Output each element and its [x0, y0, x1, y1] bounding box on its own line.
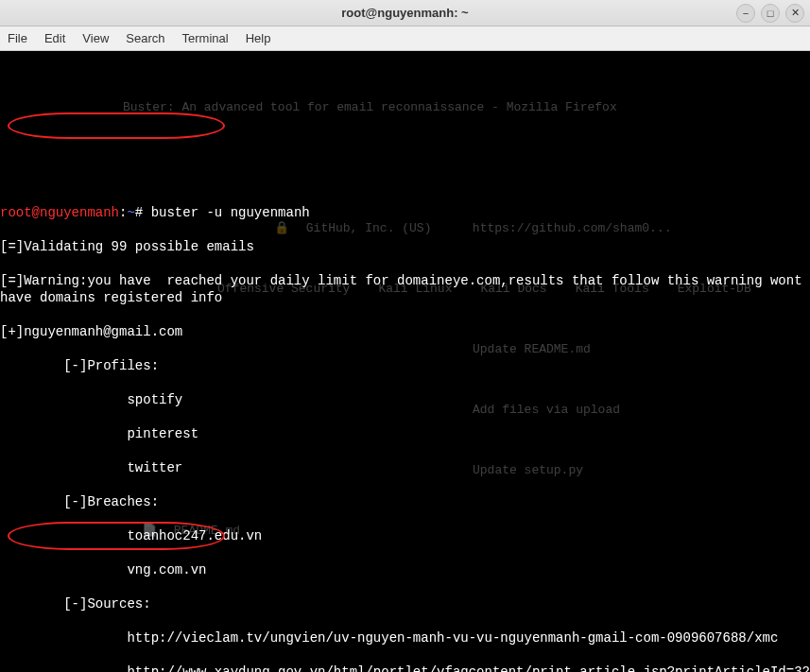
close-button[interactable]: ✕ — [785, 4, 804, 23]
window-controls: − □ ✕ — [736, 4, 804, 23]
output-email-1: [+]nguyenmanh@gmail.com — [0, 323, 810, 340]
output-line: http://www.xaydung.gov.vn/html/portlet/v… — [0, 663, 810, 672]
menu-terminal[interactable]: Terminal — [182, 31, 229, 45]
menu-help[interactable]: Help — [246, 31, 271, 45]
window-title: root@nguyenmanh: ~ — [341, 6, 468, 20]
output-line: pinterest — [0, 425, 810, 442]
output-line: spotify — [0, 391, 810, 408]
output-line: twitter — [0, 459, 810, 476]
output-line: [-]Breaches: — [0, 493, 810, 510]
prompt-hash: # — [135, 205, 143, 220]
minimize-button[interactable]: − — [736, 4, 755, 23]
output-line: vng.com.vn — [0, 561, 810, 578]
menubar: File Edit View Search Terminal Help — [0, 26, 810, 51]
terminal-area[interactable]: Buster: An advanced tool for email recon… — [0, 51, 810, 672]
titlebar: root@nguyenmanh: ~ − □ ✕ — [0, 0, 810, 26]
maximize-button[interactable]: □ — [761, 4, 780, 23]
output-line: http://vieclam.tv/ungvien/uv-nguyen-manh… — [0, 629, 810, 646]
output-line: [=]Warning:you have reached your daily l… — [0, 272, 810, 306]
bg-tab-title: Buster: An advanced tool for email recon… — [123, 99, 617, 116]
menu-edit[interactable]: Edit — [44, 31, 65, 45]
prompt-user: root@nguyenmanh — [0, 205, 119, 220]
terminal-output: root@nguyenmanh:~# buster -u nguyenmanh … — [0, 187, 810, 672]
prompt-path: ~ — [127, 205, 134, 220]
menu-file[interactable]: File — [8, 31, 27, 45]
command-text: buster -u nguyenmanh — [143, 205, 309, 220]
output-line: [=]Validating 99 possible emails — [0, 238, 810, 255]
menu-view[interactable]: View — [82, 31, 109, 45]
output-line: [-]Profiles: — [0, 357, 810, 374]
output-line: toanhoc247.edu.vn — [0, 527, 810, 544]
menu-search[interactable]: Search — [126, 31, 164, 45]
output-line: [-]Sources: — [0, 595, 810, 612]
